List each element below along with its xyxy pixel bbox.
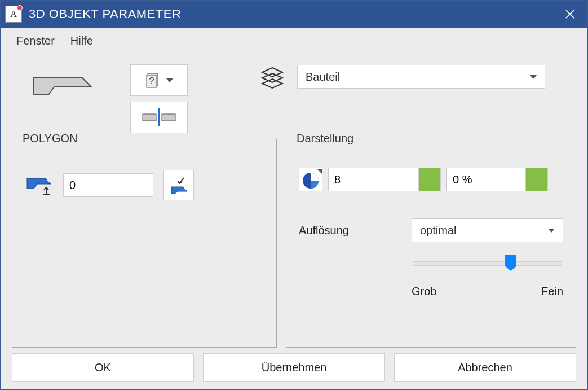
reference-plane-button[interactable] [130,102,188,133]
layers-icon [260,64,285,89]
pen-number-input[interactable] [328,168,418,191]
reference-plane-icon [139,108,179,126]
cancel-button[interactable]: Abbrechen [394,353,576,382]
pen-color-icon [299,168,322,191]
resolution-row: Auflösung optimal [299,218,563,242]
resolution-slider-thumb[interactable] [505,255,516,271]
tool-column: ? [130,64,192,133]
polygon-match-icon [168,176,189,195]
transparency-swatch[interactable] [525,168,548,191]
pen-input-group [328,168,441,191]
svg-rect-6 [143,114,156,121]
pen-transparency-row [299,168,563,191]
slider-min-label: Grob [412,285,436,298]
layer-area: Bauteil [209,64,576,89]
polygon-height-input[interactable] [63,173,153,197]
svg-text:?: ? [149,76,154,86]
layer-select-value: Bauteil [306,71,340,84]
app-icon: A [5,6,22,23]
layer-select[interactable]: Bauteil [297,65,545,89]
top-toolbar: ? [12,64,576,133]
chevron-down-icon [166,78,173,82]
polygon-group: POLYGON [12,139,277,348]
groups-row: POLYGON [12,139,576,348]
svg-marker-15 [171,187,187,194]
svg-marker-9 [262,68,282,77]
transparency-input-group [446,168,548,191]
polygon-group-label: POLYGON [19,132,81,145]
menu-fenster[interactable]: Fenster [16,34,55,47]
apply-button[interactable]: Übernehmen [203,353,385,382]
resolution-select-value: optimal [420,224,456,237]
shape-preview [12,64,113,109]
resolution-select[interactable]: optimal [412,218,563,242]
svg-rect-7 [162,114,175,121]
polygon-height-row [25,170,264,200]
window-title: 3D OBJEKT PARAMETER [29,7,550,21]
content-area: ? [1,54,587,389]
resolution-slider-area: Grob Fein [412,261,563,298]
close-icon [565,10,574,19]
slider-max-label: Fein [541,285,563,298]
chevron-down-icon [530,75,537,79]
darstellung-group: Darstellung [286,139,576,348]
ok-button[interactable]: OK [12,353,194,382]
svg-marker-11 [262,79,282,88]
svg-marker-12 [27,178,51,189]
pen-color-swatch[interactable] [418,168,441,191]
resolution-label: Auflösung [299,224,395,237]
chevron-down-icon [548,229,555,233]
svg-marker-10 [262,73,282,82]
polygon-match-button[interactable] [163,170,194,200]
resolution-slider-labels: Grob Fein [412,285,563,298]
dialog-window: A 3D OBJEKT PARAMETER Fenster Hilfe [0,0,588,390]
polygon-height-icon [25,174,53,196]
polygon-shape-icon [32,76,94,98]
catalog-dropdown[interactable]: ? [130,64,188,96]
svg-marker-2 [34,78,91,95]
catalog-icon: ? [145,72,162,89]
close-button[interactable] [557,1,583,28]
dialog-button-row: OK Übernehmen Abbrechen [12,353,576,382]
resolution-slider[interactable] [413,261,562,266]
menu-hilfe[interactable]: Hilfe [70,34,93,47]
menubar: Fenster Hilfe [1,28,587,54]
transparency-input[interactable] [446,168,525,191]
titlebar: A 3D OBJEKT PARAMETER [1,1,587,28]
darstellung-group-label: Darstellung [293,132,357,145]
